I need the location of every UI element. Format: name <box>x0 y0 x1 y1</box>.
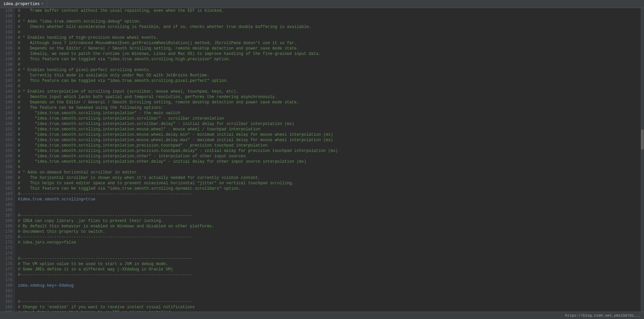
code-line: # Checks whether blit-accelerated scroll… <box>18 24 641 30</box>
code-line: # "idea.true.smooth.scrolling.interpolat… <box>18 127 641 132</box>
line-number: 145 <box>0 94 12 100</box>
line-number: 134 <box>0 35 12 40</box>
line-number: 158 <box>0 164 12 170</box>
code-line: # Depends on the Editor / General / Smoo… <box>18 100 641 105</box>
line-number: 152 <box>0 132 12 137</box>
tab-close-button[interactable]: × <box>41 2 43 6</box>
line-number: 156 <box>0 154 12 159</box>
line-number: 170 <box>0 229 12 234</box>
code-line: # * Adds "idea.true.smooth.scrolling.deb… <box>18 19 641 24</box>
code-line: # "idea.true.smooth.scrolling.interpolat… <box>18 132 641 137</box>
line-number: 144 <box>0 89 12 94</box>
code-line: # The feature can be tweaked using the f… <box>18 105 641 110</box>
line-number: 142 <box>0 78 12 84</box>
line-number: 143 <box>0 84 12 89</box>
line-number: 157 <box>0 159 12 164</box>
line-number: 155 <box>0 148 12 154</box>
line-number: 162 <box>0 186 12 191</box>
line-number: 184 <box>0 305 12 310</box>
line-number: 154 <box>0 143 12 148</box>
line-number: 132 <box>0 24 12 30</box>
code-line: # * Enables handling of high-precision m… <box>18 35 641 40</box>
code-line: # "idea.true.smooth.scrolling.interpolat… <box>18 116 641 121</box>
tab-idea-properties[interactable]: idea.properties × <box>0 0 47 8</box>
line-number: 136 <box>0 46 12 51</box>
line-number: 147 <box>0 105 12 110</box>
code-line: idea.xdebug.key=-Xdebug <box>18 283 641 288</box>
line-number: 140 <box>0 67 12 73</box>
line-number: 137 <box>0 51 12 57</box>
status-url: https://blog.csdn.net_u01156781... <box>565 314 641 318</box>
code-line: # This feature can be toggled via "idea.… <box>18 57 641 62</box>
code-line: # By default this behavior is enabled on… <box>18 224 641 229</box>
line-number: 160 <box>0 175 12 181</box>
code-line: # <box>18 84 641 89</box>
code-line: # Currently this mode is available only … <box>18 73 641 78</box>
line-number: 175 <box>0 256 12 261</box>
line-number: 182 <box>0 294 12 299</box>
code-line: # "idea.true.smooth.scrolling.interpolat… <box>18 110 641 116</box>
line-numbers: 1291301311321331341351361371381391401411… <box>0 8 15 312</box>
code-line: # <box>18 30 641 35</box>
code-line: # * Adds on-demand horizontal scrollbar … <box>18 170 641 175</box>
code-line: # This helps to save editor space and to… <box>18 181 641 186</box>
code-line <box>18 278 641 283</box>
line-number: 161 <box>0 181 12 186</box>
line-number: 174 <box>0 251 12 256</box>
scrollbar-vertical[interactable] <box>641 8 644 312</box>
line-number: 177 <box>0 267 12 272</box>
code-line: #---------------------------------------… <box>18 299 641 305</box>
line-number: 148 <box>0 110 12 116</box>
code-line: #---------------------------------------… <box>18 213 641 218</box>
line-number: 183 <box>0 299 12 305</box>
code-line: # This feature can be toggled via "idea.… <box>18 78 641 84</box>
line-number: 135 <box>0 40 12 46</box>
code-line: # idea.jars.nocopy=false <box>18 240 641 245</box>
code-line: # "idea.true.smooth.scrolling.interpolat… <box>18 148 641 154</box>
line-number: 133 <box>0 30 12 35</box>
code-line: # <box>18 13 641 19</box>
code-line <box>18 245 641 251</box>
code-line: #idea.true.smooth.scrolling=true <box>18 197 641 202</box>
line-number: 164 <box>0 197 12 202</box>
line-number: 151 <box>0 127 12 132</box>
code-line: # Although Java 7 introduced MouseWheelE… <box>18 40 641 46</box>
code-line: #---------------------------------------… <box>18 234 641 240</box>
code-line: # frame buffer content without the usual… <box>18 8 641 13</box>
code-line: #---------------------------------------… <box>18 191 641 197</box>
code-area[interactable]: # frame buffer content without the usual… <box>15 8 641 312</box>
code-line <box>18 288 641 294</box>
line-number: 173 <box>0 245 12 251</box>
line-number: 163 <box>0 191 12 197</box>
editor-container: idea.properties × 1291301311321331341351… <box>0 0 644 319</box>
tab-bar: idea.properties × <box>0 0 644 8</box>
line-number: 153 <box>0 137 12 143</box>
code-line: # IDEA can copy library .jar files to pr… <box>18 218 641 224</box>
line-number: 150 <box>0 121 12 127</box>
code-line: # * Enables interpolation of scrolling i… <box>18 89 641 94</box>
line-number: 138 <box>0 57 12 62</box>
line-number: 166 <box>0 208 12 213</box>
line-number: 180 <box>0 283 12 288</box>
code-line: # "idea.true.smooth.scrolling.interpolat… <box>18 154 641 159</box>
line-number: 141 <box>0 73 12 78</box>
code-line <box>18 294 641 299</box>
line-number: 130 <box>0 13 12 19</box>
line-number: 167 <box>0 213 12 218</box>
line-number: 149 <box>0 116 12 121</box>
code-line: # The horizontal scrollbar is shown only… <box>18 175 641 181</box>
line-number: 131 <box>0 19 12 24</box>
code-line: # Depends on the Editor / General / Smoo… <box>18 46 641 51</box>
code-line: # <box>18 164 641 170</box>
line-number: 172 <box>0 240 12 245</box>
code-line: # "idea.true.smooth.scrolling.interpolat… <box>18 159 641 164</box>
line-number: 171 <box>0 234 12 240</box>
line-number: 169 <box>0 224 12 229</box>
line-number: 179 <box>0 278 12 283</box>
line-number: 181 <box>0 288 12 294</box>
code-line: # Uncomment this property to switch. <box>18 229 641 234</box>
line-number: 168 <box>0 218 12 224</box>
code-line: # "idea.true.smooth.scrolling.interpolat… <box>18 143 641 148</box>
scrollbar-thumb[interactable] <box>641 129 644 150</box>
code-line: #---------------------------------------… <box>18 256 641 261</box>
